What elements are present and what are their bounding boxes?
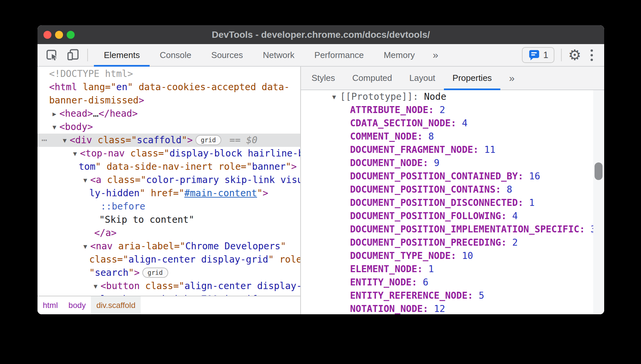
panel-tab-label: Performance	[315, 50, 364, 60]
settings-gear-icon[interactable]: ⚙	[568, 48, 581, 62]
devtools-content: <!DOCTYPE html><html lang="en" data-cook…	[37, 67, 604, 314]
toolbar-left-icons	[37, 44, 94, 66]
sidebar-tab-styles[interactable]: Styles	[303, 67, 344, 90]
expand-arrow-down-icon[interactable]: ▼	[71, 147, 79, 160]
dom-tree-row[interactable]: ▼<top-nav class="display-block hairline-…	[37, 147, 300, 160]
property-row: ELEMENT_NODE: 1	[301, 263, 604, 276]
property-value: 2	[507, 237, 518, 248]
dom-tree-row[interactable]: </a>	[37, 226, 300, 240]
code-segment: class="	[107, 174, 146, 185]
expand-arrow-down-icon[interactable]: ▼	[92, 279, 100, 293]
property-name: DOCUMENT_POSITION_IMPLEMENTATION_SPECIFI…	[350, 224, 585, 235]
expand-arrow-down-icon[interactable]: ▼	[50, 120, 58, 134]
window-title: DevTools - developer.chrome.com/docs/dev…	[212, 30, 430, 40]
panel-tab-network[interactable]: Network	[253, 44, 304, 66]
panel-tab-console[interactable]: Console	[150, 44, 201, 66]
code-segment: banner	[252, 161, 286, 172]
close-button[interactable]	[43, 31, 51, 39]
dom-tree-row[interactable]: ▼<button class="align-center display-f	[37, 279, 300, 293]
sidebar-tab-properties[interactable]: Properties	[444, 67, 501, 90]
dom-tree-row[interactable]: "search">grid	[37, 266, 300, 279]
property-name: ELEMENT_NODE:	[350, 264, 423, 274]
property-row: COMMENT_NODE: 8	[301, 130, 604, 143]
dom-tree-row[interactable]: class="align-center display-grid" role=	[37, 253, 300, 266]
code-segment: …	[93, 108, 99, 119]
dom-tree-row[interactable]: banner-dismissed>	[37, 94, 300, 107]
dom-tree-row[interactable]: ▼<a class="color-primary skip-link visua…	[37, 173, 300, 187]
code-segment: search	[95, 267, 128, 278]
attribute-link[interactable]: #main-content	[184, 188, 257, 199]
dom-tree-code: <button class="align-center display-f	[37, 279, 300, 293]
code-segment: </a>	[94, 227, 116, 238]
expand-arrow-down-icon[interactable]: ▼	[61, 134, 69, 147]
property-row: DOCUMENT_POSITION_PRECEDING: 2	[301, 236, 604, 249]
dom-tree-row[interactable]: ly-hidden" href="#main-content">	[37, 187, 300, 200]
device-toolbar-icon[interactable]	[66, 48, 80, 62]
expand-arrow-right-icon[interactable]: ▶	[50, 107, 58, 120]
more-options-icon[interactable]	[588, 49, 596, 61]
minimize-button[interactable]	[55, 31, 63, 39]
toolbar-separator	[87, 49, 88, 61]
expand-arrow-down-icon[interactable]: ▼	[81, 173, 89, 187]
dom-tree-row[interactable]: <!DOCTYPE html>	[37, 67, 300, 81]
code-segment: "	[127, 82, 139, 92]
dom-tree-row-selected[interactable]: ⋯▼<div class="scaffold">grid == $0	[37, 134, 300, 147]
more-actions-dots-icon[interactable]: ⋯	[41, 134, 48, 147]
dom-tree-code: "search">grid	[37, 266, 300, 279]
code-segment: <a	[90, 174, 107, 185]
issues-button[interactable]: 1	[522, 47, 554, 63]
title-bar[interactable]: DevTools - developer.chrome.com/docs/dev…	[37, 25, 604, 44]
sidebar-tab-computed[interactable]: Computed	[344, 67, 401, 90]
grid-badge[interactable]: grid	[195, 135, 221, 145]
code-segment: >	[263, 188, 268, 199]
dom-tree-row[interactable]: <html lang="en" data-cookies-accepted da…	[37, 81, 300, 94]
dom-tree-row[interactable]: ▼<body>	[37, 120, 300, 134]
panel-tab-label: Elements	[104, 50, 140, 60]
panel-tab-label: Sources	[211, 50, 243, 60]
expand-arrow-down-icon[interactable]: ▼	[330, 90, 338, 103]
panel-tab-label: »	[433, 49, 438, 61]
dom-tree-row[interactable]: tom" data-side-nav-inert role="banner">	[37, 160, 300, 173]
code-segment: lex button-height-700 justify-content	[101, 294, 300, 296]
zoom-button[interactable]	[67, 31, 75, 39]
inspect-element-icon[interactable]	[45, 48, 59, 62]
issues-count: 1	[543, 50, 548, 60]
panel-more-tabs[interactable]: »	[425, 44, 446, 66]
panel-tab-sources[interactable]: Sources	[201, 44, 253, 66]
property-row: NOTATION_NODE: 12	[301, 302, 604, 314]
scrollbar-track[interactable]	[593, 90, 604, 314]
dom-tree-row[interactable]: ▼<nav aria-label="Chrome Developers"	[37, 240, 300, 253]
prototype-separator: :	[413, 91, 424, 102]
code-segment: "	[286, 161, 291, 172]
property-name: ENTITY_NODE:	[350, 277, 417, 288]
code-segment: ::before	[101, 201, 145, 212]
breadcrumb: htmlbodydiv.scaffold	[37, 296, 300, 314]
dom-tree-row[interactable]: ▶<head>…</head>	[37, 107, 300, 120]
panel-tab-memory[interactable]: Memory	[374, 44, 425, 66]
prototype-row[interactable]: ▼[[Prototype]]: Node	[301, 90, 604, 103]
breadcrumb-item-body[interactable]: body	[63, 296, 91, 314]
dom-tree-row[interactable]: "Skip to content"	[37, 213, 300, 226]
sidebar-more-tabs[interactable]: »	[500, 67, 523, 90]
property-name: CDATA_SECTION_NODE:	[350, 118, 456, 129]
breadcrumb-item-html[interactable]: html	[37, 296, 63, 314]
grid-badge[interactable]: grid	[142, 268, 168, 278]
dom-tree-row[interactable]: lex button-height-700 justify-content	[37, 293, 300, 296]
scrollbar-thumb[interactable]	[595, 162, 603, 180]
code-segment: $0	[246, 135, 257, 146]
code-segment: display-block hairline-bot	[170, 148, 300, 159]
sidebar-tab-layout[interactable]: Layout	[401, 67, 444, 90]
code-segment: " role=	[268, 254, 300, 265]
expand-arrow-down-icon[interactable]: ▼	[81, 240, 89, 253]
property-value: 16	[524, 171, 540, 182]
dom-tree-code: <!DOCTYPE html>	[37, 67, 300, 81]
property-row: DOCUMENT_POSITION_IMPLEMENTATION_SPECIFI…	[301, 223, 604, 236]
prototype-label: [[Prototype]]	[340, 91, 413, 102]
code-segment: Chrome Developers	[185, 241, 281, 252]
dom-tree-row[interactable]: ::before	[37, 200, 300, 213]
breadcrumb-item-div-scaffold[interactable]: div.scaffold	[91, 296, 141, 314]
code-segment: "	[89, 267, 95, 278]
property-row: CDATA_SECTION_NODE: 4	[301, 117, 604, 130]
panel-tab-elements[interactable]: Elements	[94, 44, 150, 66]
panel-tab-performance[interactable]: Performance	[305, 44, 374, 66]
